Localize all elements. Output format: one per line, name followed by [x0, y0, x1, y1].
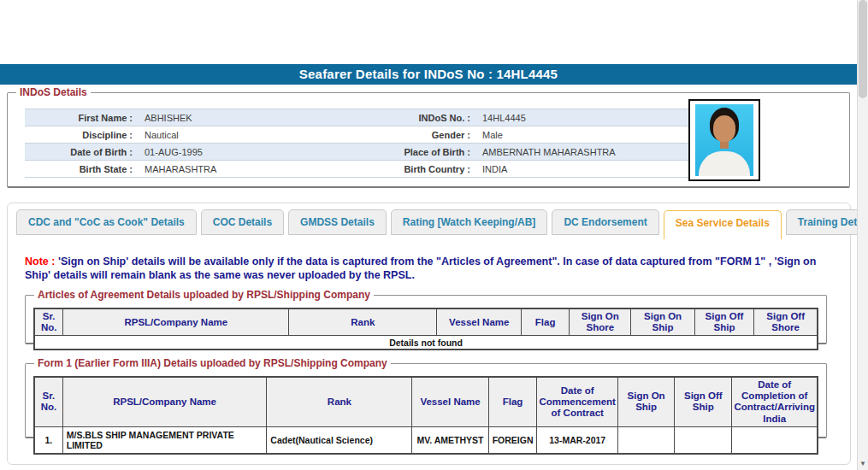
- cell-sign-on-ship: [617, 426, 674, 454]
- page-title: Seafarer Details for INDoS No : 14HL4445: [0, 64, 857, 85]
- tab-cdc-coc-as-cook-details[interactable]: CDC and "CoC as Cook" Details: [16, 209, 197, 235]
- col-sign-on-ship: Sign On Ship: [617, 377, 674, 426]
- scrollbar-thumb[interactable]: [859, 0, 867, 98]
- col-date-of-commencement: Date of Commencement of Contract: [537, 377, 617, 426]
- tab-panel: CDC and "CoC as Cook" Details COC Detail…: [7, 203, 851, 465]
- indos-no-label: INDoS No. :: [363, 109, 475, 126]
- cell-sr-no: 1.: [34, 426, 62, 454]
- col-flag: Flag: [522, 308, 570, 336]
- tab-rating-watch-keeping-ab[interactable]: Rating [Watch Keeping/AB]: [391, 209, 548, 235]
- cell-date-of-completion: [732, 426, 818, 454]
- col-vessel-name: Vessel Name: [437, 308, 522, 336]
- col-rank: Rank: [267, 377, 412, 426]
- vertical-scrollbar[interactable]: ▼: [857, 0, 868, 470]
- seafarer-photo-image: [695, 104, 753, 176]
- articles-of-agreement-legend: Articles of Agreement Details uploaded b…: [34, 289, 374, 301]
- note-prefix: Note :: [25, 256, 55, 267]
- tab-training-details[interactable]: Training Details: [786, 209, 868, 235]
- col-vessel-name: Vessel Name: [412, 377, 488, 426]
- date-of-birth-value: 01-AUG-1995: [138, 144, 363, 161]
- table-row: Details not found: [34, 336, 818, 350]
- articles-of-agreement-section: Articles of Agreement Details uploaded b…: [25, 289, 827, 344]
- place-of-birth-value: AMBERNATH MAHARASHTRA: [475, 144, 690, 161]
- seafarer-details-page: Seafarer Details for INDoS No : 14HL4445…: [0, 0, 868, 470]
- articles-of-agreement-table: Sr. No. RPSL/Company Name Rank Vessel Na…: [33, 308, 818, 350]
- date-of-birth-label: Date of Birth :: [25, 144, 138, 161]
- tab-coc-details[interactable]: COC Details: [201, 209, 284, 235]
- col-sr-no: Sr. No.: [34, 308, 63, 336]
- indos-details-table: First Name : ABHISHEK INDoS No. : 14HL44…: [25, 109, 690, 178]
- note-text: Note : 'Sign on Ship' details will be av…: [25, 255, 836, 283]
- cell-sign-off-ship: [675, 426, 732, 454]
- table-row: First Name : ABHISHEK INDoS No. : 14HL44…: [25, 109, 690, 126]
- table-header-row: Sr. No. RPSL/Company Name Rank Vessel Na…: [34, 308, 818, 336]
- cell-rank: Cadet(Nautical Science): [267, 426, 412, 454]
- col-rpsl-company-name: RPSL/Company Name: [63, 308, 289, 336]
- scrollbar-down-arrow-icon[interactable]: ▼: [858, 461, 868, 467]
- indos-details-legend: INDoS Details: [16, 86, 91, 98]
- cell-rpsl-company-name: M/S.BLS SHIP MANAGEMENT PRIVATE LIMITED: [62, 426, 267, 454]
- birth-country-value: INDIA: [475, 161, 690, 178]
- first-name-label: First Name :: [25, 109, 138, 126]
- cell-vessel-name: MV. AMETHYST: [412, 426, 488, 454]
- discipline-label: Discipline :: [25, 126, 138, 144]
- tabs-bar: CDC and "CoC as Cook" Details COC Detail…: [16, 209, 868, 235]
- seafarer-photo: [688, 99, 760, 181]
- table-row: Birth State : MAHARASHTRA Birth Country …: [25, 161, 690, 178]
- place-of-birth-label: Place of Birth :: [363, 144, 475, 161]
- form1-table: Sr. No. RPSL/Company Name Rank Vessel Na…: [33, 376, 818, 455]
- col-flag: Flag: [488, 377, 537, 426]
- tab-gmdss-details[interactable]: GMDSS Details: [288, 209, 387, 235]
- table-row: Date of Birth : 01-AUG-1995 Place of Bir…: [25, 144, 690, 161]
- gender-label: Gender :: [363, 126, 475, 144]
- col-rank: Rank: [289, 308, 437, 336]
- col-sign-on-ship: Sign On Ship: [631, 308, 694, 336]
- col-sr-no: Sr. No.: [34, 377, 62, 426]
- birth-state-value: MAHARASHTRA: [138, 161, 363, 178]
- birth-state-label: Birth State :: [25, 161, 138, 178]
- table-header-row: Sr. No. RPSL/Company Name Rank Vessel Na…: [34, 377, 818, 426]
- col-sign-off-ship: Sign Off Ship: [694, 308, 754, 336]
- col-date-of-completion: Date of Completion of Contract/Arriving …: [732, 377, 818, 426]
- tab-dc-endorsement[interactable]: DC Endorsement: [552, 209, 658, 235]
- form1-section: Form 1 (Earlier Form IIIA) Details uploa…: [25, 357, 827, 438]
- table-row: 1. M/S.BLS SHIP MANAGEMENT PRIVATE LIMIT…: [34, 426, 818, 454]
- col-sign-off-ship: Sign Off Ship: [675, 377, 732, 426]
- table-row: Discipline : Nautical Gender : Male: [25, 126, 690, 144]
- indos-no-value: 14HL4445: [475, 109, 690, 126]
- tab-sea-service-details[interactable]: Sea Service Details: [664, 210, 782, 239]
- col-sign-off-shore: Sign Off Shore: [754, 308, 818, 336]
- col-rpsl-company-name: RPSL/Company Name: [62, 377, 267, 426]
- first-name-value: ABHISHEK: [138, 109, 363, 126]
- discipline-value: Nautical: [138, 126, 363, 144]
- form1-legend: Form 1 (Earlier Form IIIA) Details uploa…: [34, 357, 391, 369]
- note-body: 'Sign on Ship' details will be available…: [25, 256, 816, 281]
- col-sign-on-shore: Sign On Shore: [570, 308, 631, 336]
- birth-country-label: Birth Country :: [363, 161, 475, 178]
- cell-flag: FOREIGN: [488, 426, 537, 454]
- gender-value: Male: [475, 126, 690, 144]
- cell-date-of-commencement: 13-MAR-2017: [537, 426, 617, 454]
- details-not-found-message: Details not found: [34, 336, 818, 350]
